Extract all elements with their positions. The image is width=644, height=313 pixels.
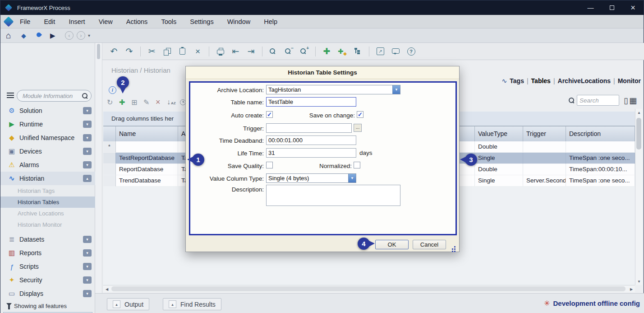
menu-actions[interactable]: Actions: [120, 15, 155, 28]
sidebar-item-historian-tables[interactable]: Historian Tables: [0, 196, 95, 208]
close-button[interactable]: ×: [622, 0, 644, 15]
vertical-scrollbar[interactable]: ▲ ▼: [635, 109, 642, 285]
duplicate-icon[interactable]: ⊞: [131, 97, 137, 107]
ink-drop-icon[interactable]: [37, 33, 41, 37]
sidebar-item-historian[interactable]: ∿ Historian ▴: [0, 172, 95, 185]
chevron-down-icon[interactable]: ▾: [83, 121, 92, 128]
print-icon[interactable]: [216, 48, 225, 54]
sidebar-item-historian-monitor[interactable]: Historian Monitor: [0, 219, 95, 230]
chevron-down-icon[interactable]: ▾: [83, 249, 92, 257]
run-icon[interactable]: ▶: [50, 32, 55, 40]
scroll-left-icon[interactable]: ◀: [103, 285, 110, 293]
trigger-input[interactable]: [266, 123, 352, 133]
horizontal-scrollbar[interactable]: ◀ ▶: [103, 285, 635, 292]
column-trigger[interactable]: Trigger: [523, 126, 566, 141]
chevron-down-icon[interactable]: ▾: [83, 161, 92, 168]
auto-create-checkbox[interactable]: ✓: [266, 111, 273, 118]
tags-icon[interactable]: ◆: [21, 32, 26, 39]
life-time-input[interactable]: [266, 148, 356, 158]
hamburger-icon[interactable]: [7, 93, 14, 98]
menu-tools[interactable]: Tools: [154, 15, 183, 28]
edit-icon[interactable]: ✎: [143, 97, 149, 107]
copy-icon[interactable]: [163, 48, 171, 55]
output-panel-tab[interactable]: ▴ Output: [107, 298, 149, 310]
find-results-panel-tab[interactable]: ▴ Find Results: [163, 298, 221, 310]
tab-monitor[interactable]: Monitor: [618, 77, 641, 84]
scroll-right-icon[interactable]: ▶: [628, 285, 635, 293]
column-description[interactable]: Description: [566, 126, 635, 141]
feature-filter[interactable]: Showing all features: [0, 301, 95, 311]
chevron-down-icon[interactable]: ▾: [83, 134, 92, 141]
menu-file[interactable]: File: [13, 15, 37, 28]
sidebar-item-devices[interactable]: ▣ Devices ▾: [0, 145, 95, 158]
menu-help[interactable]: Help: [257, 15, 284, 28]
sidebar-item-historian-tags[interactable]: Historian Tags: [0, 185, 95, 196]
module-search[interactable]: [17, 90, 92, 102]
sidebar-scrollbar-thumb[interactable]: [97, 44, 100, 59]
scroll-down-icon[interactable]: ▼: [635, 278, 643, 285]
sidebar-item-scripts[interactable]: ƒ Scripts ▾: [0, 260, 95, 273]
table-name-input[interactable]: [266, 97, 356, 107]
zoom-out-icon[interactable]: −: [285, 47, 293, 55]
sidebar-item-archive-locations[interactable]: Archive Locations: [0, 208, 95, 219]
sidebar-item-solution[interactable]: ⚙ Solution ▾: [0, 104, 95, 117]
sidebar-item-datasets[interactable]: ≣ Datasets ▾: [0, 233, 95, 246]
dock-right-icon[interactable]: ⇥: [247, 46, 255, 56]
chevron-down-icon[interactable]: ▾: [83, 236, 92, 243]
chevron-down-icon[interactable]: ▾: [83, 290, 92, 297]
menu-settings[interactable]: Settings: [183, 15, 220, 28]
ok-button[interactable]: OK: [375, 240, 409, 249]
delete-icon[interactable]: ×: [193, 47, 202, 56]
sidebar-item-runtime[interactable]: ▶ Runtime ▾: [0, 117, 95, 131]
menu-edit[interactable]: Edit: [37, 15, 62, 28]
history-dropdown-icon[interactable]: ▾: [88, 33, 90, 38]
column-name[interactable]: Name: [116, 126, 178, 141]
dock-left-icon[interactable]: ⇤: [231, 46, 240, 56]
chevron-down-icon[interactable]: ▾: [83, 263, 92, 270]
undo-icon[interactable]: ↶: [110, 46, 118, 56]
minimize-button[interactable]: —: [580, 0, 601, 15]
sort-icon[interactable]: ↓AZ: [167, 97, 176, 107]
open-external-icon[interactable]: ↗: [376, 47, 385, 55]
cut-icon[interactable]: ✂: [147, 46, 156, 56]
archive-location-select[interactable]: TagHistorian ▼: [266, 85, 400, 94]
info-icon[interactable]: i: [109, 86, 116, 94]
navigate-back-icon[interactable]: ‹: [65, 31, 74, 40]
add-tag-icon[interactable]: ✚◆: [338, 47, 347, 56]
chevron-down-icon[interactable]: ▾: [83, 276, 92, 284]
chevron-down-icon[interactable]: ▾: [83, 107, 92, 114]
chevron-down-icon[interactable]: ▾: [83, 148, 92, 155]
refresh-icon[interactable]: ↻: [107, 97, 113, 107]
combo-arrow-icon[interactable]: ▼: [392, 85, 400, 94]
column-chooser-icon[interactable]: ▯▦: [624, 96, 637, 106]
value-column-type-select[interactable]: Single (4 bytes) ▼: [266, 173, 356, 183]
zoom-icon[interactable]: [269, 47, 278, 55]
cancel-button[interactable]: Cancel: [413, 240, 446, 249]
normalized-checkbox[interactable]: [354, 162, 360, 168]
scroll-up-icon[interactable]: ▲: [635, 109, 643, 116]
vertical-scrollbar-thumb[interactable]: [636, 118, 641, 149]
menu-window[interactable]: Window: [221, 15, 258, 28]
save-on-change-checkbox[interactable]: ✓: [357, 111, 363, 118]
home-icon[interactable]: ⌂: [6, 31, 11, 41]
add-icon[interactable]: ✚: [322, 46, 331, 56]
table-search-input[interactable]: [580, 96, 617, 105]
panel-expand-icon[interactable]: ▴: [169, 300, 176, 308]
zoom-in-icon[interactable]: +: [300, 47, 308, 55]
panel-expand-icon[interactable]: ▴: [113, 300, 120, 308]
comment-icon[interactable]: [391, 49, 400, 54]
resize-grip[interactable]: [451, 245, 455, 250]
sidebar-scrollbar[interactable]: [95, 43, 102, 293]
chevron-up-icon[interactable]: ▴: [83, 175, 92, 182]
sidebar-item-alarms[interactable]: ⚠ Alarms ▾: [0, 158, 95, 172]
tab-archivelocations[interactable]: ArchiveLocations: [558, 77, 611, 84]
combo-arrow-icon[interactable]: ▼: [348, 174, 356, 182]
trigger-browse-button[interactable]: ...: [354, 124, 362, 132]
module-search-input[interactable]: [23, 91, 81, 101]
remove-row-icon[interactable]: ×: [156, 97, 161, 107]
sidebar-item-unified-namespace[interactable]: ◆ Unified Namespace ▾: [0, 131, 95, 145]
paste-icon[interactable]: [178, 48, 187, 55]
maximize-button[interactable]: [601, 0, 622, 15]
menu-insert[interactable]: Insert: [62, 15, 92, 28]
navigate-forward-icon[interactable]: ›: [77, 31, 85, 40]
